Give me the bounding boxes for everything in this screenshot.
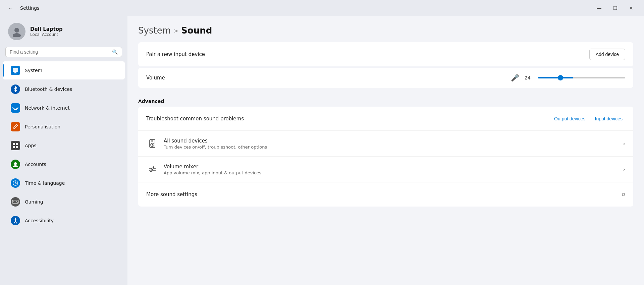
svg-point-20 bbox=[15, 218, 16, 219]
breadcrumb-parent: System bbox=[138, 25, 171, 36]
svg-point-0 bbox=[14, 28, 19, 33]
accessibility-icon bbox=[11, 216, 20, 225]
user-info: Dell Laptop Local Account bbox=[30, 26, 63, 37]
search-box[interactable]: 🔍 bbox=[5, 47, 122, 57]
sidebar-item-time[interactable]: Time & language bbox=[3, 174, 125, 192]
add-device-button[interactable]: Add device bbox=[589, 49, 625, 60]
sidebar-label-accessibility: Accessibility bbox=[25, 218, 54, 223]
time-icon bbox=[11, 178, 20, 188]
input-devices-button[interactable]: Input devices bbox=[592, 115, 626, 123]
sidebar-item-personalisation[interactable]: Personalisation bbox=[3, 118, 125, 136]
all-sound-devices-sub: Turn devices on/off, troubleshoot, other… bbox=[164, 145, 267, 150]
close-button[interactable]: ✕ bbox=[624, 3, 639, 13]
external-link-icon: ⧉ bbox=[622, 192, 625, 197]
app-title: Settings bbox=[20, 5, 39, 11]
breadcrumb-separator: > bbox=[173, 27, 178, 34]
apps-icon bbox=[11, 141, 20, 150]
search-icon: 🔍 bbox=[112, 49, 118, 55]
volume-value: 24 bbox=[525, 75, 533, 80]
svg-point-18 bbox=[16, 201, 17, 202]
svg-rect-28 bbox=[151, 140, 153, 141]
sidebar-label-personalisation: Personalisation bbox=[25, 124, 60, 129]
sidebar-label-apps: Apps bbox=[25, 143, 37, 148]
troubleshoot-left: Troubleshoot common sound problems bbox=[146, 116, 551, 122]
sidebar-label-system: System bbox=[25, 68, 42, 73]
volume-card: Volume 🎤 24 bbox=[138, 68, 633, 88]
back-button[interactable]: ← bbox=[5, 4, 16, 12]
sidebar-label-bluetooth: Bluetooth & devices bbox=[25, 87, 72, 92]
volume-mixer-title: Volume mixer bbox=[164, 164, 261, 170]
sidebar-item-network[interactable]: Network & internet bbox=[3, 99, 125, 117]
advanced-card: Troubleshoot common sound problems Outpu… bbox=[138, 107, 633, 207]
volume-mixer-row[interactable]: Volume mixer App volume mix, app input &… bbox=[138, 157, 633, 182]
breadcrumb-current: Sound bbox=[181, 25, 212, 36]
more-sound-settings-label: More sound settings bbox=[146, 191, 622, 197]
svg-line-24 bbox=[15, 221, 17, 223]
troubleshoot-label: Troubleshoot common sound problems bbox=[146, 116, 551, 122]
sidebar-label-gaming: Gaming bbox=[25, 199, 43, 205]
troubleshoot-row: Troubleshoot common sound problems Outpu… bbox=[138, 107, 633, 131]
user-section: Dell Laptop Local Account bbox=[0, 19, 127, 47]
volume-mixer-chevron: › bbox=[623, 166, 625, 173]
minimize-button[interactable]: — bbox=[592, 3, 606, 13]
all-sound-devices-text: All sound devices Turn devices on/off, t… bbox=[164, 138, 267, 150]
sidebar-label-accounts: Accounts bbox=[25, 162, 46, 167]
all-sound-devices-title: All sound devices bbox=[164, 138, 267, 144]
svg-point-19 bbox=[17, 202, 18, 203]
maximize-button[interactable]: ❐ bbox=[608, 3, 623, 13]
pair-device-actions: Add device bbox=[589, 49, 625, 60]
pair-device-row: Pair a new input device Add device bbox=[138, 42, 633, 66]
more-sound-settings-left: More sound settings bbox=[146, 191, 622, 197]
content-area: System > Sound Pair a new input device A… bbox=[127, 16, 644, 285]
sidebar-item-apps[interactable]: Apps bbox=[3, 136, 125, 155]
sidebar-item-bluetooth[interactable]: Bluetooth & devices bbox=[3, 80, 125, 98]
sidebar-item-accessibility[interactable]: Accessibility bbox=[3, 212, 125, 230]
title-bar: ← Settings — ❐ ✕ bbox=[0, 0, 644, 16]
gaming-icon bbox=[11, 197, 20, 207]
volume-mixer-icon bbox=[146, 163, 158, 175]
advanced-section-title: Advanced bbox=[138, 93, 633, 107]
all-sound-devices-chevron: › bbox=[623, 140, 625, 147]
volume-slider-container[interactable] bbox=[538, 77, 625, 78]
svg-rect-11 bbox=[13, 146, 15, 148]
svg-point-8 bbox=[15, 109, 16, 110]
sidebar-item-system[interactable]: System bbox=[3, 61, 125, 79]
svg-rect-10 bbox=[16, 143, 18, 145]
svg-rect-4 bbox=[14, 73, 17, 73]
more-sound-settings-row[interactable]: More sound settings ⧉ bbox=[138, 182, 633, 207]
output-devices-button[interactable]: Output devices bbox=[551, 115, 588, 123]
volume-mixer-text: Volume mixer App volume mix, app input &… bbox=[164, 164, 261, 175]
troubleshoot-right: Output devices Input devices bbox=[551, 115, 625, 123]
window-controls: — ❐ ✕ bbox=[592, 3, 639, 13]
all-sound-devices-row[interactable]: All sound devices Turn devices on/off, t… bbox=[138, 131, 633, 157]
pair-device-card: Pair a new input device Add device bbox=[138, 42, 633, 66]
volume-label: Volume bbox=[146, 75, 505, 81]
sidebar-label-network: Network & internet bbox=[25, 105, 70, 111]
volume-slider[interactable] bbox=[538, 77, 625, 78]
bluetooth-icon bbox=[11, 84, 20, 94]
search-input[interactable] bbox=[10, 49, 109, 55]
personalisation-icon bbox=[11, 122, 20, 131]
sidebar-item-accounts[interactable]: Accounts bbox=[3, 155, 125, 173]
user-sub: Local Account bbox=[30, 32, 63, 37]
system-icon bbox=[11, 66, 20, 75]
svg-rect-2 bbox=[13, 68, 18, 72]
avatar bbox=[8, 23, 25, 40]
svg-point-13 bbox=[14, 162, 17, 165]
sidebar-label-time: Time & language bbox=[25, 180, 65, 186]
volume-mixer-left: Volume mixer App volume mix, app input &… bbox=[146, 163, 623, 175]
pair-device-label: Pair a new input device bbox=[146, 51, 589, 57]
svg-point-30 bbox=[152, 168, 153, 170]
breadcrumb: System > Sound bbox=[138, 16, 633, 42]
svg-point-27 bbox=[152, 144, 153, 146]
svg-point-14 bbox=[13, 165, 18, 167]
all-sound-devices-left: All sound devices Turn devices on/off, t… bbox=[146, 137, 623, 150]
svg-point-1 bbox=[13, 33, 21, 37]
speaker-icon bbox=[146, 137, 158, 150]
user-name: Dell Laptop bbox=[30, 26, 63, 32]
svg-rect-12 bbox=[16, 146, 18, 148]
sidebar-item-gaming[interactable]: Gaming bbox=[3, 193, 125, 211]
svg-point-33 bbox=[150, 170, 152, 172]
sidebar: Dell Laptop Local Account 🔍 System bbox=[0, 16, 127, 285]
network-icon bbox=[11, 103, 20, 113]
